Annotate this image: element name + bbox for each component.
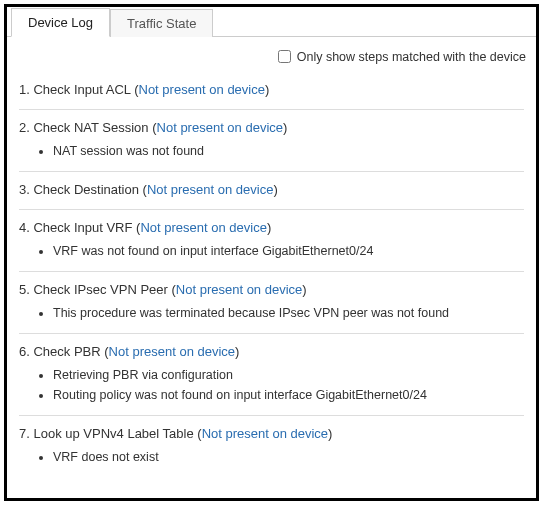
step-name: Check IPsec VPN Peer <box>30 282 172 297</box>
step-details: NAT session was not found <box>19 141 524 161</box>
step-note-link[interactable]: Not present on device <box>202 426 328 441</box>
step-note-link[interactable]: Not present on device <box>109 344 235 359</box>
step-name: Look up VPNv4 Label Table <box>30 426 197 441</box>
step-number: 4. <box>19 220 30 235</box>
step-detail-item: VRF was not found on input interface Gig… <box>53 241 524 261</box>
step: 3. Check Destination (Not present on dev… <box>19 172 524 210</box>
step-details: This procedure was terminated because IP… <box>19 303 524 323</box>
step-number: 5. <box>19 282 30 297</box>
step-note-link[interactable]: Not present on device <box>140 220 266 235</box>
device-log-panel: Device Log Traffic State Only show steps… <box>4 4 539 501</box>
step-number: 2. <box>19 120 30 135</box>
step-note-link[interactable]: Not present on device <box>147 182 273 197</box>
only-matched-checkbox[interactable] <box>278 50 291 63</box>
step-title: 6. Check PBR (Not present on device) <box>19 344 524 359</box>
step-name: Check Input VRF <box>30 220 136 235</box>
step: 4. Check Input VRF (Not present on devic… <box>19 210 524 272</box>
step: 7. Look up VPNv4 Label Table (Not presen… <box>19 416 524 477</box>
step-details: VRF does not exist <box>19 447 524 467</box>
only-matched-label: Only show steps matched with the device <box>297 50 526 64</box>
step: 5. Check IPsec VPN Peer (Not present on … <box>19 272 524 334</box>
step-detail-item: Retrieving PBR via configuration <box>53 365 524 385</box>
step-note-link[interactable]: Not present on device <box>139 82 265 97</box>
step-detail-item: NAT session was not found <box>53 141 524 161</box>
step: 2. Check NAT Session (Not present on dev… <box>19 110 524 172</box>
step-title: 1. Check Input ACL (Not present on devic… <box>19 82 524 97</box>
step-title: 4. Check Input VRF (Not present on devic… <box>19 220 524 235</box>
steps-list: 1. Check Input ACL (Not present on devic… <box>7 72 536 487</box>
step-details: VRF was not found on input interface Gig… <box>19 241 524 261</box>
step-number: 6. <box>19 344 30 359</box>
step-name: Check NAT Session <box>30 120 152 135</box>
step-number: 3. <box>19 182 30 197</box>
step-title: 3. Check Destination (Not present on dev… <box>19 182 524 197</box>
step-number: 7. <box>19 426 30 441</box>
step-title: 7. Look up VPNv4 Label Table (Not presen… <box>19 426 524 441</box>
step-note-link[interactable]: Not present on device <box>176 282 302 297</box>
step: 6. Check PBR (Not present on device)Retr… <box>19 334 524 416</box>
step-title: 2. Check NAT Session (Not present on dev… <box>19 120 524 135</box>
step: 1. Check Input ACL (Not present on devic… <box>19 72 524 110</box>
tab-device-log[interactable]: Device Log <box>11 8 110 37</box>
step-detail-item: Routing policy was not found on input in… <box>53 385 524 405</box>
step-number: 1. <box>19 82 30 97</box>
step-detail-item: This procedure was terminated because IP… <box>53 303 524 323</box>
step-name: Check Destination <box>30 182 143 197</box>
filter-row: Only show steps matched with the device <box>7 37 536 72</box>
step-name: Check Input ACL <box>30 82 134 97</box>
step-name: Check PBR <box>30 344 104 359</box>
step-detail-item: VRF does not exist <box>53 447 524 467</box>
step-title: 5. Check IPsec VPN Peer (Not present on … <box>19 282 524 297</box>
tab-traffic-state[interactable]: Traffic State <box>110 9 213 37</box>
step-details: Retrieving PBR via configurationRouting … <box>19 365 524 405</box>
step-note-link[interactable]: Not present on device <box>157 120 283 135</box>
tab-bar: Device Log Traffic State <box>7 7 536 37</box>
